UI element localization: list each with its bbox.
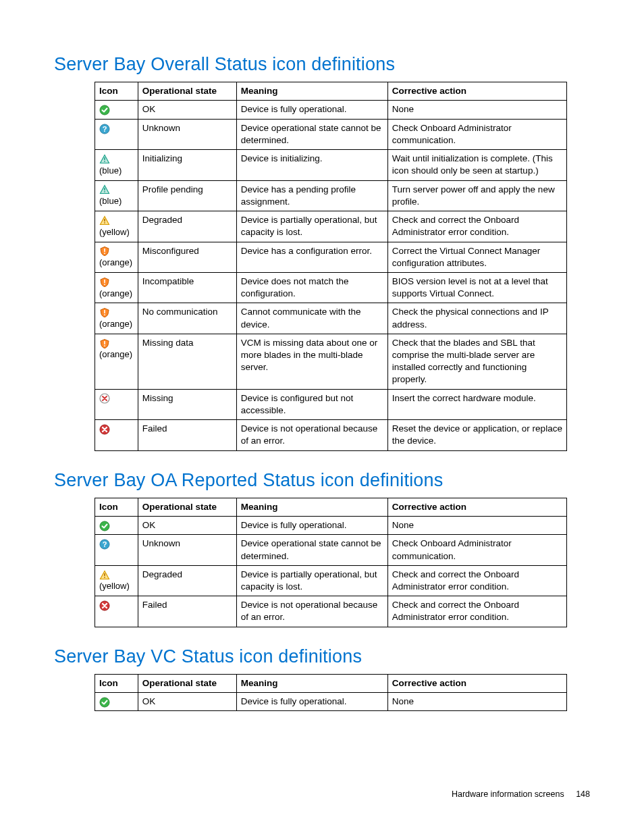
table-header: Operational state (138, 82, 236, 101)
footer-section: Hardware information screens (452, 789, 564, 799)
operational-state-cell: Failed (138, 596, 236, 627)
icon-color-note: (yellow) (99, 227, 134, 238)
icon-cell (95, 119, 138, 149)
table-header: Operational state (138, 498, 236, 516)
section-heading: Server Bay Overall Status icon definitio… (54, 54, 590, 75)
meaning-cell: Device is fully operational. (236, 101, 387, 120)
table-row: (blue)InitializingDevice is initializing… (95, 150, 567, 180)
table-row: UnknownDevice operational state cannot b… (95, 119, 567, 149)
table-header: Corrective action (387, 82, 566, 101)
operational-state-cell: Missing data (138, 334, 236, 389)
table-row: (orange)MisconfiguredDevice has a config… (95, 242, 567, 272)
table-row: (orange)IncompatibleDevice does not matc… (95, 272, 567, 303)
table-header: Icon (95, 674, 138, 692)
icon-cell (95, 101, 138, 120)
operational-state-cell: OK (138, 101, 236, 120)
status-table: IconOperational stateMeaningCorrective a… (95, 82, 567, 451)
table-row: (orange)Missing dataVCM is missing data … (95, 334, 567, 389)
icon-color-note: (yellow) (99, 581, 134, 592)
corrective-action-cell: Check that the blades and SBL that compr… (387, 334, 566, 389)
icon-cell: (orange) (95, 303, 138, 334)
section-heading: Server Bay OA Reported Status icon defin… (54, 470, 590, 491)
icon-cell (95, 389, 138, 419)
corrective-action-cell: Correct the Virtual Connect Manager conf… (387, 242, 566, 272)
meaning-cell: Device is initializing. (236, 150, 387, 180)
corrective-action-cell: BIOS version level is not at a level tha… (387, 272, 566, 303)
corrective-action-cell: Check Onboard Administrator communicatio… (387, 535, 566, 565)
icon-cell: (blue) (95, 150, 138, 180)
meaning-cell: Device is partially operational, but cap… (236, 211, 387, 242)
status-shield-orange-icon (99, 337, 110, 349)
section-heading: Server Bay VC Status icon definitions (54, 646, 590, 667)
page-footer: Hardware information screens 148 (452, 789, 590, 799)
operational-state-cell: Degraded (138, 211, 236, 242)
operational-state-cell: Unknown (138, 535, 236, 565)
corrective-action-cell: Check and correct the Onboard Administra… (387, 211, 566, 242)
meaning-cell: Device is not operational because of an … (236, 596, 387, 627)
status-tri-yellow-icon (99, 214, 110, 226)
table-header: Meaning (236, 498, 387, 516)
status-unknown-icon (99, 538, 110, 550)
operational-state-cell: No communication (138, 303, 236, 334)
operational-state-cell: Failed (138, 420, 236, 450)
table-header: Operational state (138, 674, 236, 692)
icon-cell: (yellow) (95, 211, 138, 242)
status-tri-blue-icon (99, 184, 110, 196)
corrective-action-cell: Insert the correct hardware module. (387, 389, 566, 419)
operational-state-cell: Initializing (138, 150, 236, 180)
icon-color-note: (orange) (99, 288, 134, 299)
icon-cell (95, 692, 138, 711)
table-header: Corrective action (387, 674, 566, 692)
icon-cell: (orange) (95, 334, 138, 389)
operational-state-cell: Incompatible (138, 272, 236, 303)
table-header-row: IconOperational stateMeaningCorrective a… (95, 498, 567, 516)
status-table: IconOperational stateMeaningCorrective a… (95, 674, 567, 712)
corrective-action-cell: Turn server power off and apply the new … (387, 180, 566, 211)
table-header: Icon (95, 498, 138, 516)
meaning-cell: Device is not operational because of an … (236, 420, 387, 450)
table-header: Corrective action (387, 498, 566, 516)
operational-state-cell: Misconfigured (138, 242, 236, 272)
meaning-cell: Device is fully operational. (236, 516, 387, 535)
corrective-action-cell: Wait until initialization is complete. (… (387, 150, 566, 180)
icon-color-note: (orange) (99, 319, 134, 330)
status-tri-yellow-icon (99, 569, 110, 581)
status-missing-icon (99, 392, 110, 405)
corrective-action-cell: Check and correct the Onboard Administra… (387, 596, 566, 627)
corrective-action-cell: None (387, 692, 566, 711)
icon-color-note: (orange) (99, 257, 134, 268)
table-row: UnknownDevice operational state cannot b… (95, 535, 567, 565)
table-row: OKDevice is fully operational.None (95, 692, 567, 711)
icon-color-note: (orange) (99, 349, 134, 360)
status-shield-orange-icon (99, 276, 110, 288)
corrective-action-cell: Reset the device or application, or repl… (387, 420, 566, 450)
meaning-cell: Cannot communicate with the device. (236, 303, 387, 334)
table-header-row: IconOperational stateMeaningCorrective a… (95, 82, 567, 101)
status-ok-icon (99, 104, 110, 116)
meaning-cell: Device operational state cannot be deter… (236, 119, 387, 149)
icon-cell: (orange) (95, 272, 138, 303)
table-header-row: IconOperational stateMeaningCorrective a… (95, 674, 567, 692)
operational-state-cell: Degraded (138, 565, 236, 596)
table-row: OKDevice is fully operational.None (95, 101, 567, 120)
meaning-cell: Device operational state cannot be deter… (236, 535, 387, 565)
table-row: OKDevice is fully operational.None (95, 516, 567, 535)
meaning-cell: Device does not match the configuration. (236, 272, 387, 303)
table-row: MissingDevice is configured but not acce… (95, 389, 567, 419)
icon-cell: (blue) (95, 180, 138, 211)
status-table: IconOperational stateMeaningCorrective a… (95, 498, 567, 627)
table-header: Meaning (236, 674, 387, 692)
corrective-action-cell: Check Onboard Administrator communicatio… (387, 119, 566, 149)
operational-state-cell: OK (138, 692, 236, 711)
status-shield-orange-icon (99, 307, 110, 319)
table-row: (yellow)DegradedDevice is partially oper… (95, 211, 567, 242)
icon-color-note: (blue) (99, 196, 134, 207)
status-ok-icon (99, 696, 110, 708)
status-tri-blue-icon (99, 153, 110, 165)
icon-cell: (orange) (95, 242, 138, 272)
operational-state-cell: OK (138, 516, 236, 535)
meaning-cell: Device has a pending profile assignment. (236, 180, 387, 211)
table-header: Icon (95, 82, 138, 101)
icon-cell (95, 596, 138, 627)
meaning-cell: Device is partially operational, but cap… (236, 565, 387, 596)
